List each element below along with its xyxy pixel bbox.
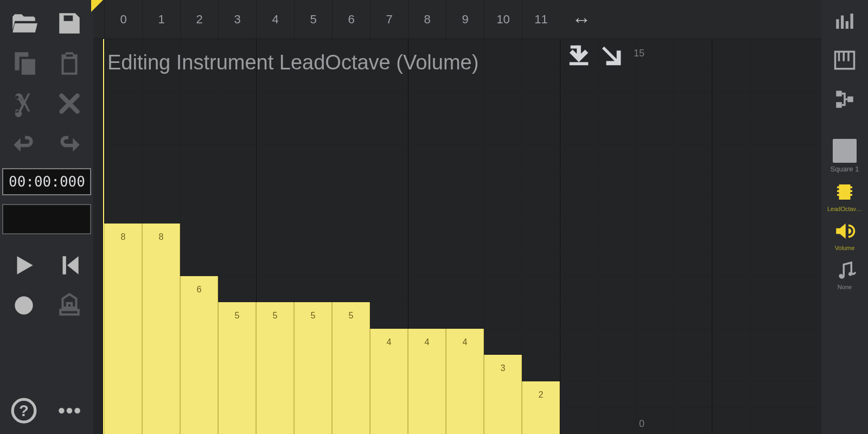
volume-bar[interactable]: 5 [294,302,332,434]
ruler-cell[interactable]: 10 [484,0,522,39]
svg-rect-7 [841,16,844,29]
arrow-diag-down-icon[interactable] [600,42,625,69]
svg-rect-8 [846,21,848,29]
svg-rect-16 [847,97,853,103]
volume-bar[interactable]: 6 [180,276,218,434]
ruler-cell[interactable]: 0 [104,0,142,39]
editor-title: Editing Instrument LeadOctave (Volume) [107,51,478,74]
volume-bar[interactable]: 8 [142,224,180,434]
volume-bar[interactable]: 5 [332,302,370,434]
timeline-ruler[interactable]: 01234567891011 ↔ [93,0,821,39]
volume-bar[interactable]: 2 [522,381,560,434]
ruler-cell[interactable]: 1 [142,0,180,39]
envelope-grid[interactable]: Editing Instrument LeadOctave (Volume) 1… [93,39,821,434]
midi-button[interactable] [48,286,91,324]
svg-point-0 [15,296,33,314]
volume-bar[interactable]: 5 [218,302,256,434]
svg-rect-15 [836,102,842,108]
volume-bar[interactable]: 3 [484,355,522,434]
volume-bar[interactable]: 4 [370,329,408,434]
rewind-button[interactable] [48,246,91,284]
volume-bar[interactable]: 4 [446,329,484,434]
redo-button[interactable] [48,125,91,163]
svg-point-4 [67,408,72,413]
volume-button[interactable]: Volume [827,220,862,251]
record-button[interactable] [2,286,46,324]
copy-button[interactable] [2,44,46,82]
paste-button[interactable] [48,44,91,82]
svg-rect-6 [836,20,839,29]
svg-rect-9 [851,14,853,29]
svg-point-17 [839,274,843,278]
ruler-cell[interactable]: 2 [180,0,218,39]
svg-rect-12 [843,52,845,61]
ruler-cell[interactable]: 8 [408,0,446,39]
volume-bar[interactable]: 4 [408,329,446,434]
axis-max-label: 15 [634,48,644,59]
delete-button[interactable] [48,85,91,123]
svg-point-5 [74,408,80,413]
volume-bar[interactable]: 5 [256,302,294,434]
time-display[interactable]: 00:00:000 [2,168,91,195]
arrow-down-in-icon[interactable] [566,42,591,69]
mixer-button[interactable] [827,5,862,37]
playhead-line [103,39,104,434]
axis-min-label: 0 [639,418,644,430]
svg-rect-14 [836,91,842,97]
zoom-horizontal-button[interactable]: ↔ [560,0,603,39]
svg-rect-13 [847,52,850,61]
play-button[interactable] [2,246,46,284]
ruler-cell[interactable]: 5 [294,0,332,39]
none-button[interactable]: None [827,259,862,290]
square1-button[interactable]: Square 1 [831,139,859,173]
more-button[interactable] [48,392,91,430]
help-button[interactable]: ? [2,392,46,430]
ruler-cell[interactable]: 9 [446,0,484,39]
svg-point-3 [59,408,64,413]
cut-button[interactable] [2,85,46,123]
ruler-cell[interactable]: 6 [332,0,370,39]
svg-text:?: ? [19,402,29,419]
volume-bar[interactable]: 8 [104,224,142,434]
ruler-cell[interactable]: 7 [370,0,408,39]
playhead-marker[interactable] [93,0,104,39]
piano-button[interactable] [827,44,862,76]
svg-rect-11 [838,52,840,61]
left-toolbar: 00:00:000 ? [0,0,93,434]
open-button[interactable] [2,4,46,42]
square-icon [833,139,857,163]
undo-button[interactable] [2,125,46,163]
svg-point-18 [848,272,852,276]
ruler-cell[interactable]: 11 [522,0,560,39]
vu-meter [2,204,91,234]
save-button[interactable] [48,4,91,42]
editor-main: 01234567891011 ↔ Editing Instrument Lead… [93,0,821,434]
ruler-cell[interactable]: 3 [218,0,256,39]
ruler-cell[interactable]: 4 [256,0,294,39]
tree-button[interactable] [827,84,862,115]
right-toolbar: Square 1 LeadOctav… Volume None [821,0,868,434]
leadoctave-button[interactable]: LeadOctav… [827,181,862,212]
